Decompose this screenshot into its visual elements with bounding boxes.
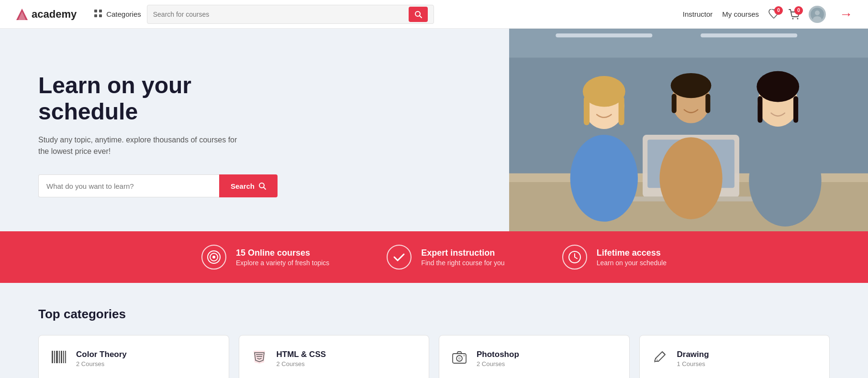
svg-point-30 <box>570 135 638 222</box>
banner-stat1-title: 15 Online courses <box>236 248 329 258</box>
color-theory-icon <box>50 349 67 368</box>
photoshop-count: 2 Courses <box>477 360 519 367</box>
logo-text: academy <box>32 8 77 21</box>
svg-point-40 <box>749 135 821 227</box>
target-icon <box>201 245 226 270</box>
svg-rect-46 <box>54 351 55 363</box>
drawing-count: 1 Courses <box>677 360 709 367</box>
svg-rect-51 <box>65 351 66 363</box>
banner-stat3-title: Lifetime access <box>597 248 667 258</box>
svg-rect-4 <box>94 14 97 17</box>
hero-search: Search <box>38 174 278 197</box>
avatar-button[interactable] <box>809 6 826 23</box>
svg-rect-28 <box>584 96 590 125</box>
color-theory-name: Color Theory <box>76 350 127 359</box>
banner-stat3-sub: Learn on your schedule <box>597 259 667 267</box>
svg-point-32 <box>671 73 712 98</box>
category-card-drawing[interactable]: Drawing 1 Courses <box>639 335 830 378</box>
hero-search-button[interactable]: Search <box>219 174 278 197</box>
svg-rect-33 <box>672 94 677 113</box>
hero-title: Learn on your schedule <box>38 72 268 125</box>
hero-image <box>509 29 868 231</box>
categories-section: Top categories Color Theory 2 Courses <box>0 283 868 378</box>
svg-rect-39 <box>793 96 798 123</box>
check-icon <box>387 245 412 270</box>
categories-label: Categories <box>106 10 141 18</box>
hero-subtitle: Study any topic, anytime. explore thousa… <box>38 134 239 157</box>
logo[interactable]: academy <box>15 8 77 21</box>
search-button[interactable] <box>409 7 428 22</box>
banner-item-access: Lifetime access Learn on your schedule <box>562 245 667 270</box>
svg-point-55 <box>463 355 465 356</box>
svg-rect-16 <box>509 29 868 58</box>
red-banner: 15 Online courses Explore a variety of f… <box>0 231 868 283</box>
svg-rect-2 <box>94 10 97 12</box>
category-card-html-css[interactable]: HTML & CSS 2 Courses <box>239 335 430 378</box>
svg-point-8 <box>792 18 794 19</box>
html-css-count: 2 Courses <box>277 360 326 367</box>
svg-point-35 <box>659 137 722 219</box>
svg-line-7 <box>420 16 422 18</box>
banner-stat1-sub: Explore a variety of fresh topics <box>236 259 329 267</box>
search-bar <box>147 5 434 24</box>
cart-badge: 0 <box>794 6 803 15</box>
html-css-name: HTML & CSS <box>277 350 326 359</box>
cart-button[interactable]: 0 <box>789 9 799 20</box>
hero-search-label: Search <box>231 182 255 190</box>
category-card-color-theory[interactable]: Color Theory 2 Courses <box>38 335 229 378</box>
svg-rect-50 <box>63 351 64 363</box>
drawing-name: Drawing <box>677 350 709 359</box>
svg-rect-17 <box>556 33 652 37</box>
nav-links: Instructor My courses 0 0 <box>683 6 853 23</box>
categories-button[interactable]: Categories <box>88 0 147 29</box>
svg-rect-5 <box>99 14 102 17</box>
svg-rect-48 <box>59 351 60 363</box>
hero-search-input[interactable] <box>38 174 219 197</box>
arrow-indicator: → <box>839 7 853 22</box>
photoshop-name: Photoshop <box>477 350 519 359</box>
svg-rect-29 <box>619 96 624 125</box>
svg-rect-47 <box>56 351 58 363</box>
svg-point-43 <box>212 256 215 259</box>
hero-section: Learn on your schedule Study any topic, … <box>0 29 868 231</box>
svg-point-54 <box>458 357 461 360</box>
html-css-info: HTML & CSS 2 Courses <box>277 350 326 367</box>
svg-rect-49 <box>61 351 62 363</box>
hero-content: Learn on your schedule Study any topic, … <box>0 29 509 231</box>
wishlist-badge: 0 <box>774 6 783 15</box>
svg-point-9 <box>797 18 799 19</box>
svg-rect-38 <box>757 96 762 123</box>
svg-point-37 <box>757 71 799 102</box>
clock-icon <box>562 245 587 270</box>
section-title: Top categories <box>38 307 830 322</box>
category-card-photoshop[interactable]: Photoshop 2 Courses <box>439 335 630 378</box>
html-css-icon <box>251 349 268 368</box>
color-theory-info: Color Theory 2 Courses <box>76 350 127 367</box>
photoshop-icon <box>451 349 468 368</box>
search-input[interactable] <box>153 5 405 23</box>
banner-stat2-title: Expert instruction <box>421 248 504 258</box>
navbar: academy Categories Instructor My courses <box>0 0 868 29</box>
banner-item-instruction: Expert instruction Find the right course… <box>387 245 504 270</box>
grid-icon <box>94 9 102 19</box>
svg-line-14 <box>264 187 266 189</box>
svg-point-11 <box>815 11 820 15</box>
drawing-icon <box>651 349 668 368</box>
wishlist-button[interactable]: 0 <box>768 9 779 20</box>
svg-rect-45 <box>52 351 53 363</box>
categories-grid: Color Theory 2 Courses HTML & CSS 2 Cour… <box>38 335 830 378</box>
banner-item-courses: 15 Online courses Explore a variety of f… <box>201 245 329 270</box>
svg-rect-34 <box>705 94 710 113</box>
svg-rect-18 <box>701 33 797 37</box>
banner-stat2-sub: Find the right course for you <box>421 259 504 267</box>
svg-rect-3 <box>99 10 102 12</box>
banner-text-instruction: Expert instruction Find the right course… <box>421 248 504 267</box>
drawing-info: Drawing 1 Courses <box>677 350 709 367</box>
banner-text-courses: 15 Online courses Explore a variety of f… <box>236 248 329 267</box>
banner-text-access: Lifetime access Learn on your schedule <box>597 248 667 267</box>
my-courses-link[interactable]: My courses <box>722 10 759 18</box>
color-theory-count: 2 Courses <box>76 360 127 367</box>
instructor-link[interactable]: Instructor <box>683 10 713 18</box>
avatar <box>809 6 826 23</box>
photoshop-info: Photoshop 2 Courses <box>477 350 519 367</box>
